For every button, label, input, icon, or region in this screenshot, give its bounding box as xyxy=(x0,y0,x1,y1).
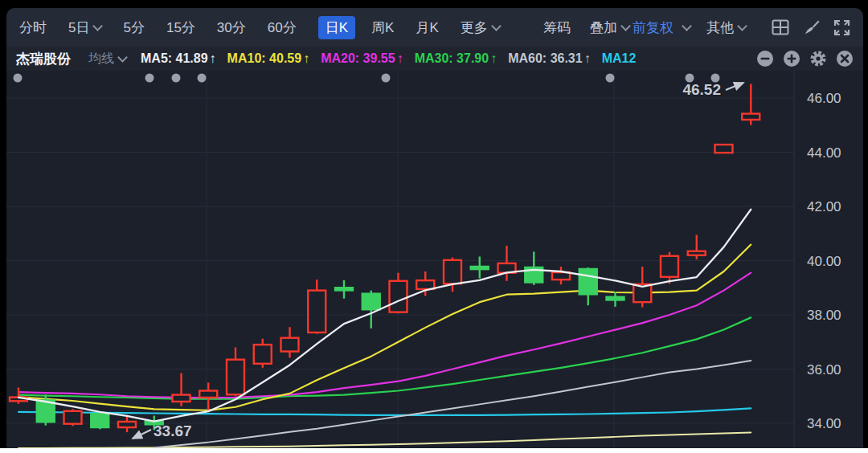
y-axis-label: 36.00 xyxy=(807,362,841,378)
candle xyxy=(91,412,108,430)
up-arrow-icon: ↑ xyxy=(210,51,216,65)
event-marker-dot[interactable] xyxy=(382,74,391,83)
ma-line-ma30 xyxy=(18,317,751,398)
chevron-down-icon xyxy=(93,21,104,31)
ma10-legend: MA10: 40.59↑ xyxy=(227,51,310,66)
event-marker-dot[interactable] xyxy=(606,74,615,83)
tab-more[interactable]: 更多 xyxy=(461,18,500,37)
candle-body xyxy=(688,251,706,255)
candle-body xyxy=(390,281,407,312)
candle-body xyxy=(91,414,108,427)
candle xyxy=(227,348,244,397)
candle xyxy=(607,292,624,307)
page-background-strip xyxy=(0,448,868,453)
candle-body xyxy=(416,280,434,289)
overlay-button[interactable]: 叠加 xyxy=(590,18,629,37)
tab-time-sharing[interactable]: 分时 xyxy=(19,18,47,37)
candle-body xyxy=(64,411,82,424)
candle xyxy=(254,339,272,368)
page: { "toolbar": { "tabs": [ {"label": "分时"}… xyxy=(0,0,868,453)
kline-chart[interactable]: 46.0044.0042.0040.0038.0036.0034.0046.52… xyxy=(6,71,863,448)
event-marker-dot[interactable] xyxy=(14,74,23,83)
brush-icon[interactable] xyxy=(803,19,820,36)
candle xyxy=(444,257,461,292)
candle-body xyxy=(199,391,217,398)
kline-chart-area[interactable]: 46.0044.0042.0040.0038.0036.0034.0046.52… xyxy=(6,71,863,448)
grid-layout-icon[interactable] xyxy=(772,19,789,35)
ma-line-ma5 xyxy=(18,210,751,422)
y-axis-label: 46.00 xyxy=(807,91,841,106)
price-annotation: 33.67 xyxy=(154,422,192,439)
candle xyxy=(579,267,597,305)
tab-daily-k[interactable]: 日K xyxy=(318,16,355,39)
candle-body xyxy=(444,260,461,284)
chips-button[interactable]: 筹码 xyxy=(543,18,571,37)
y-axis-label: 34.00 xyxy=(807,416,841,431)
y-axis-label: 42.00 xyxy=(807,199,841,214)
forward-adjust-button[interactable]: 前复权 xyxy=(633,18,674,37)
candle-body xyxy=(173,395,190,402)
up-arrow-icon: ↑ xyxy=(303,51,309,65)
toolbar-right-group: 筹码 叠加 前复权 其他 xyxy=(543,18,850,37)
tab-monthly-k[interactable]: 月K xyxy=(416,18,438,37)
annotation-arrow xyxy=(726,83,743,90)
candle xyxy=(173,373,190,406)
candle xyxy=(390,273,407,314)
candle-body xyxy=(118,422,136,427)
candle-body xyxy=(362,294,380,310)
candle xyxy=(688,235,706,259)
candle-body xyxy=(471,267,489,269)
y-axis-label: 38.00 xyxy=(807,308,841,323)
ma5-legend: MA5: 41.89↑ xyxy=(141,51,216,66)
tab-5min[interactable]: 5分 xyxy=(123,18,144,37)
other-button[interactable]: 其他 xyxy=(706,18,746,37)
close-icon[interactable] xyxy=(836,50,854,67)
zoom-in-icon[interactable] xyxy=(783,50,800,67)
tab-5day[interactable]: 5日 xyxy=(68,18,101,37)
candle xyxy=(498,246,516,281)
tab-60min[interactable]: 60分 xyxy=(268,18,297,37)
event-marker-dot[interactable] xyxy=(145,74,154,83)
candle xyxy=(199,382,217,410)
ma12-legend: MA12 xyxy=(602,51,637,66)
candle-body xyxy=(742,114,760,120)
candle xyxy=(525,251,542,285)
ma-line-ma_long xyxy=(18,432,751,448)
chevron-down-icon xyxy=(682,21,692,31)
tab-weekly-k[interactable]: 周K xyxy=(371,18,394,37)
ma-line-ma12 xyxy=(18,408,751,414)
event-marker-dot[interactable] xyxy=(198,74,207,83)
ma-settings-dropdown[interactable]: 均线 xyxy=(88,51,126,67)
candle-body xyxy=(227,360,244,395)
annotation-arrow xyxy=(133,430,151,439)
fullscreen-icon[interactable] xyxy=(833,19,850,36)
up-arrow-icon: ↑ xyxy=(397,51,403,65)
candle xyxy=(281,327,299,357)
chevron-down-icon xyxy=(491,21,502,31)
tab-30min[interactable]: 30分 xyxy=(217,18,246,37)
up-arrow-icon: ↑ xyxy=(490,51,497,65)
chevron-down-icon xyxy=(620,21,631,31)
candle xyxy=(335,280,353,299)
ma-legend-bar: 杰瑞股份 均线 MA5: 41.89↑ MA10: 40.59↑ MA20: 3… xyxy=(6,47,863,71)
ma-line-ma10 xyxy=(18,245,751,410)
chevron-down-icon xyxy=(117,52,128,63)
candle xyxy=(471,256,489,278)
candle-body xyxy=(335,288,353,290)
legend-icon-group xyxy=(756,50,854,67)
candle xyxy=(552,267,570,284)
candle xyxy=(742,84,760,124)
zoom-out-icon[interactable] xyxy=(756,50,774,67)
candle-body xyxy=(308,291,326,333)
settings-gear-icon[interactable] xyxy=(809,50,827,67)
candle-body xyxy=(254,345,272,364)
candle-body xyxy=(579,269,597,294)
tab-15min[interactable]: 15分 xyxy=(166,18,195,37)
period-toolbar: 分时 5日 5分 15分 30分 60分 日K 周K 月K 更多 筹码 叠加 前… xyxy=(6,8,863,47)
candle xyxy=(64,409,82,426)
candle xyxy=(661,252,678,284)
candle xyxy=(715,144,733,153)
ma30-legend: MA30: 37.90↑ xyxy=(415,51,497,66)
candle-body xyxy=(715,145,733,153)
event-marker-dot[interactable] xyxy=(172,74,181,83)
